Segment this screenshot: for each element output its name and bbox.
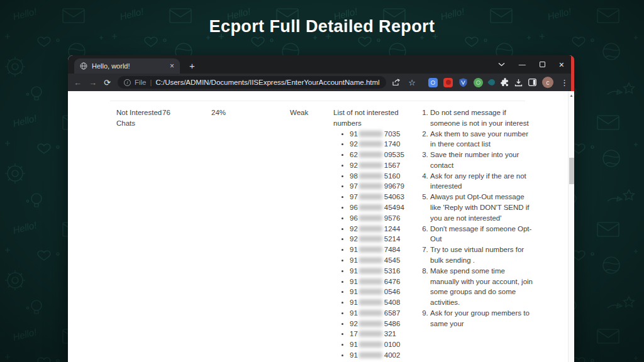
redacted-digits <box>359 341 382 348</box>
globe-favicon-icon <box>80 62 87 70</box>
phone-number-item: 921244 <box>350 224 421 234</box>
tip-item: Try to use virtual numbers for bulk send… <box>430 244 533 266</box>
redacted-digits <box>359 162 382 168</box>
phone-number-item: 917035 <box>350 129 421 140</box>
redacted-digits <box>359 173 382 179</box>
redacted-digits <box>359 257 382 263</box>
row-count: 76 <box>162 107 211 118</box>
minimize-button[interactable]: — <box>519 61 526 68</box>
scrollbar-thumb[interactable] <box>569 158 574 184</box>
page-scrollbar[interactable]: ▲ <box>568 91 574 362</box>
maximize-button[interactable] <box>540 62 545 67</box>
phone-number-item: 969576 <box>350 213 421 224</box>
window-close-button[interactable]: × <box>559 60 564 69</box>
video-capture-extension-icon[interactable] <box>428 78 438 87</box>
redacted-digits <box>359 215 382 221</box>
shield-extension-icon[interactable] <box>458 78 468 87</box>
phone-number-item: 925486 <box>350 319 421 329</box>
phone-number-item: 914545 <box>350 255 421 266</box>
address-bar[interactable]: i File | C:/Users/ADMIN/Documents/IISExp… <box>118 76 386 89</box>
numbers-column: List of not interested numbers 917035 92… <box>333 107 421 361</box>
redacted-digits <box>359 288 382 295</box>
tip-item: Ask for any reply if the are not interes… <box>430 171 533 192</box>
redacted-digits <box>359 278 382 285</box>
tip-item: Ask for your group members to same your <box>430 308 533 329</box>
redacted-digits <box>359 268 382 274</box>
phone-number-item: 921740 <box>350 139 421 150</box>
page-info-icon[interactable]: i <box>124 79 131 86</box>
redacted-digits <box>359 331 382 337</box>
phone-number-item: 910546 <box>350 287 421 297</box>
tab-close-icon[interactable]: × <box>170 62 174 70</box>
extensions-row: c ⋮ <box>428 77 569 88</box>
phone-number-item: 6209535 <box>350 150 421 160</box>
new-tab-button[interactable]: + <box>189 61 195 70</box>
numbers-list-title: List of not interested numbers <box>333 107 421 129</box>
tips-column: Do not send message if someone is not in… <box>421 107 533 329</box>
report-page: Not Interested Chats 76 24% Weak List of… <box>68 91 574 362</box>
phone-number-item: 925214 <box>350 234 421 244</box>
side-panel-icon[interactable] <box>528 79 536 86</box>
profile-avatar[interactable]: c <box>542 77 553 88</box>
redacted-digits <box>359 246 382 253</box>
phone-number-item: 915408 <box>350 297 421 308</box>
redacted-digits <box>359 204 382 211</box>
tab-strip: Hello, world! × + — × <box>68 55 574 74</box>
redacted-digits <box>359 183 382 189</box>
bookmark-star-icon[interactable]: ☆ <box>408 78 416 87</box>
green-extension-icon[interactable] <box>474 78 483 87</box>
phone-number-item: 916587 <box>350 308 421 319</box>
phone-number-item: 917484 <box>350 244 421 255</box>
redacted-digits <box>359 226 382 232</box>
tip-item: Make spend some time manually with your … <box>430 266 533 308</box>
redacted-digits <box>359 131 382 137</box>
phone-number-item: 910100 <box>350 339 421 350</box>
redacted-digits <box>359 141 382 147</box>
redacted-digits <box>359 310 382 316</box>
redacted-digits <box>359 194 382 200</box>
phone-number-item: 914002 <box>350 350 421 361</box>
tip-item: Save their number into your contact <box>430 150 533 171</box>
browser-tab[interactable]: Hello, world! × <box>74 58 180 74</box>
report-row-not-interested-chats: Not Interested Chats 76 24% Weak List of… <box>68 107 574 361</box>
redacted-digits <box>359 352 382 358</box>
teal-dot-extension-icon[interactable] <box>487 78 496 87</box>
back-button[interactable]: ← <box>74 79 82 87</box>
screenshot-stage: Hello! Ecport Full Detailed Report <box>0 0 644 362</box>
chevron-down-icon[interactable] <box>498 62 505 67</box>
forward-button[interactable]: → <box>89 79 97 87</box>
redacted-digits <box>359 151 382 158</box>
window-controls: — × <box>498 55 564 74</box>
tip-item: Always put Opt-Out message like 'Reply w… <box>430 192 533 223</box>
extensions-puzzle-icon[interactable] <box>501 78 509 87</box>
recording-edge-strip <box>571 55 574 91</box>
redacted-digits <box>359 236 382 242</box>
red-extension-icon[interactable] <box>443 78 453 87</box>
page-title: Ecport Full Detailed Report <box>0 17 644 36</box>
url-separator: | <box>150 79 152 86</box>
tip-item: Ask them to save your number in there co… <box>430 129 533 150</box>
phone-number-item: 985160 <box>350 171 421 182</box>
browser-window: Hello, world! × + — × ← → ⟳ i File | <box>68 55 574 362</box>
share-icon[interactable] <box>392 79 401 86</box>
tips-list: Do not send message if someone is not in… <box>421 107 533 329</box>
phone-number-item: 9645494 <box>350 202 421 213</box>
not-interested-numbers-list: 917035 921740 6209535 921567 985160 9799… <box>333 129 421 361</box>
phone-number-item: 921567 <box>350 160 421 171</box>
phone-number-item: 9754063 <box>350 192 421 202</box>
row-label: Not Interested Chats <box>116 107 162 129</box>
tip-item: Don't message if someone Opt-Out <box>430 224 533 245</box>
table-row-border <box>110 101 525 101</box>
scrollbar-up-arrow[interactable]: ▲ <box>569 93 574 99</box>
url-scheme: File <box>135 79 147 86</box>
download-icon[interactable] <box>514 79 523 87</box>
reload-button[interactable]: ⟳ <box>104 79 111 87</box>
browser-menu-icon[interactable]: ⋮ <box>560 78 569 87</box>
phone-number-item: 17321 <box>350 329 421 339</box>
phone-number-item: 915316 <box>350 266 421 277</box>
redacted-digits <box>359 321 382 327</box>
phone-number-item: 9799679 <box>350 181 421 192</box>
tip-item: Do not send message if someone is not in… <box>430 107 533 129</box>
redacted-digits <box>359 299 382 305</box>
phone-number-item: 916476 <box>350 277 421 287</box>
